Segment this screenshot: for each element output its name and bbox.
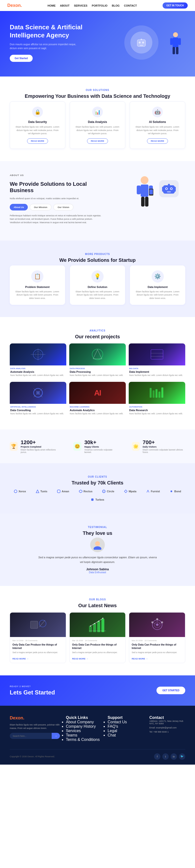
project-tag-1: Data Process xyxy=(70,367,125,370)
news-body-1: Mar 18 2030 14 Comments Only Data Can Pr… xyxy=(70,637,125,663)
product-icon-1: 💡 xyxy=(91,270,104,283)
svg-point-46 xyxy=(14,490,17,493)
footer-email: Email: example@gmail.com xyxy=(149,726,185,729)
footer-support-link-1[interactable]: FAQ's xyxy=(108,724,143,729)
service-title-1: Data Analysis xyxy=(75,120,120,124)
stat-content-2: 700+ Daily Visitors Etiam commodo vulput… xyxy=(143,439,185,454)
nav-link-services[interactable]: SERVICES xyxy=(74,4,87,7)
service-desc-0: Etiam facilisis ligula nec velit posuere… xyxy=(15,125,60,135)
nav-link-home[interactable]: HOME xyxy=(47,4,55,7)
svg-rect-42 xyxy=(153,391,155,398)
footer-bottom: Copyright © 2030 Dexon. All Rights Reser… xyxy=(10,749,185,760)
footer-link-0[interactable]: About Company xyxy=(66,720,102,724)
svg-rect-6 xyxy=(172,38,179,48)
hero-illustration xyxy=(98,25,185,60)
svg-rect-26 xyxy=(162,187,163,192)
nav-link-contact[interactable]: CONTACT xyxy=(124,4,137,7)
footer-link-3[interactable]: Teams xyxy=(66,733,102,738)
logo-text: Dexon xyxy=(7,3,21,8)
testimonial-wrap: Sed a magna semper pede purus eu ullamco… xyxy=(37,537,158,574)
footer-support-link-3[interactable]: Chat xyxy=(108,733,143,738)
svg-rect-4 xyxy=(141,39,142,40)
social-facebook[interactable]: f xyxy=(154,753,160,760)
cta-left: READY 2 MOVE? Lets Get Started xyxy=(10,685,55,696)
cta-button[interactable]: GET STARTED xyxy=(156,687,185,694)
about-tab-2[interactable]: Our Vision xyxy=(53,204,73,211)
client-icon-3 xyxy=(79,490,82,493)
testimonials-title: They love us xyxy=(10,530,185,536)
footer-search-button[interactable]: → xyxy=(52,733,60,739)
product-title-0: Problem Statement xyxy=(15,285,60,288)
project-image-1 xyxy=(69,343,126,366)
service-cta-2[interactable]: READ MORE xyxy=(147,138,168,144)
about-tag: ABOUT US xyxy=(10,173,102,177)
svg-point-1 xyxy=(139,41,141,43)
news-meta-2: Mar 20 2030 22 Comments xyxy=(132,640,183,642)
projects-title: Our recent projects xyxy=(10,334,185,340)
about-tab-0[interactable]: About Us xyxy=(10,204,28,211)
nav-link-about[interactable]: ABOUT xyxy=(60,4,70,7)
news-visual-2 xyxy=(148,616,167,633)
hero-robot-icon xyxy=(135,38,148,48)
news-cta-2[interactable]: READ MORE → xyxy=(132,657,148,660)
service-title-0: Data Security xyxy=(15,120,60,124)
news-desc-1: Sed a magna semper pede purus eu ullamco… xyxy=(72,651,123,654)
nav-link-portfolio[interactable]: PORTFOLIO xyxy=(92,4,108,7)
logo: Dexon. xyxy=(7,3,22,8)
hero-section: Data Science & Artificial Intelligence A… xyxy=(0,11,195,76)
svg-point-65 xyxy=(102,618,103,619)
projects-section: ANALYTICS Our recent projects Data Analy… xyxy=(0,317,195,430)
nav-links: HOME ABOUT SERVICES PORTFOLIO BLOG CONTA… xyxy=(47,4,137,7)
service-cta-0[interactable]: READ MORE xyxy=(27,138,48,144)
about-robot-svg xyxy=(162,183,176,194)
stat-content-0: 1200+ Projects Completed Etiam facilisis… xyxy=(21,439,59,454)
svg-point-53 xyxy=(93,546,102,550)
product-icon-2: ⚙️ xyxy=(152,270,164,283)
hero-circle-outer xyxy=(124,25,158,60)
hero-person-svg xyxy=(168,32,183,61)
client-circle: Circle xyxy=(102,490,114,493)
svg-point-5 xyxy=(173,32,178,37)
svg-point-2 xyxy=(142,41,144,43)
about-content: ABOUT US We Provide Solutions to Local B… xyxy=(10,173,102,228)
social-linkedin[interactable]: in xyxy=(171,753,177,760)
stat-desc-2: Etiam commodo vulputate laoreet ultrices… xyxy=(143,448,185,454)
hero-cta-button[interactable]: Get Started xyxy=(10,55,33,62)
project-title-3: Data Consulting xyxy=(10,409,66,412)
footer-support-link-0[interactable]: Contact Us xyxy=(108,720,143,724)
social-bird[interactable]: 🐦 xyxy=(179,753,185,760)
news-cta-0[interactable]: READ MORE → xyxy=(12,657,29,660)
footer-link-4[interactable]: Terms & Conditions xyxy=(66,738,102,742)
about-tab-1[interactable]: Our Mission xyxy=(30,204,51,211)
client-icon-6 xyxy=(146,490,150,493)
project-title-4: Automate Analytics xyxy=(70,409,125,412)
footer-support-link-2[interactable]: Legal xyxy=(108,729,143,733)
service-cta-1[interactable]: READ MORE xyxy=(87,138,108,144)
logo-dot: . xyxy=(21,3,22,8)
project-tag-0: Data Analysis xyxy=(10,367,66,370)
footer-desc: Etiam facilisis ligula nec velit posuere… xyxy=(10,723,60,730)
news-section: OUR BLOGS Our Latest News Mar 14 2030 20… xyxy=(0,586,195,675)
cta-title: Lets Get Started xyxy=(10,689,55,696)
stat-1: 😊 30k+ Happy Clients Vivamus commodo vul… xyxy=(73,439,117,454)
svg-rect-47 xyxy=(57,490,60,493)
footer-link-1[interactable]: Company History xyxy=(66,724,102,729)
news-cta-1[interactable]: READ MORE → xyxy=(72,657,88,660)
social-twitter[interactable]: t xyxy=(162,753,169,760)
nav-link-blog[interactable]: BLOG xyxy=(112,4,120,7)
stat-number-0: 1200+ xyxy=(21,439,59,445)
news-image-0 xyxy=(10,613,66,637)
client-turbos: Turbos xyxy=(91,498,104,501)
client-xerox: Xerox xyxy=(14,490,26,493)
client-icon-8 xyxy=(91,498,94,501)
nav-cta-button[interactable]: GET IN TOUCH xyxy=(163,2,188,8)
product-title-2: Data Implement xyxy=(135,285,180,288)
client-icon-7 xyxy=(170,490,173,493)
product-desc-1: Etiam facilisis ligula nec velit posuere… xyxy=(75,290,120,300)
footer-search-input[interactable] xyxy=(10,733,52,739)
stat-0: 🏆 1200+ Projects Completed Etiam facilis… xyxy=(10,439,59,454)
clients-section: OUR CLIENTS Trusted by 70k Clients Xerox… xyxy=(0,463,195,514)
services-tag: OUR SOLUTIONS xyxy=(10,89,185,91)
project-visual-1 xyxy=(88,347,107,362)
footer-link-2[interactable]: Services xyxy=(66,729,102,733)
